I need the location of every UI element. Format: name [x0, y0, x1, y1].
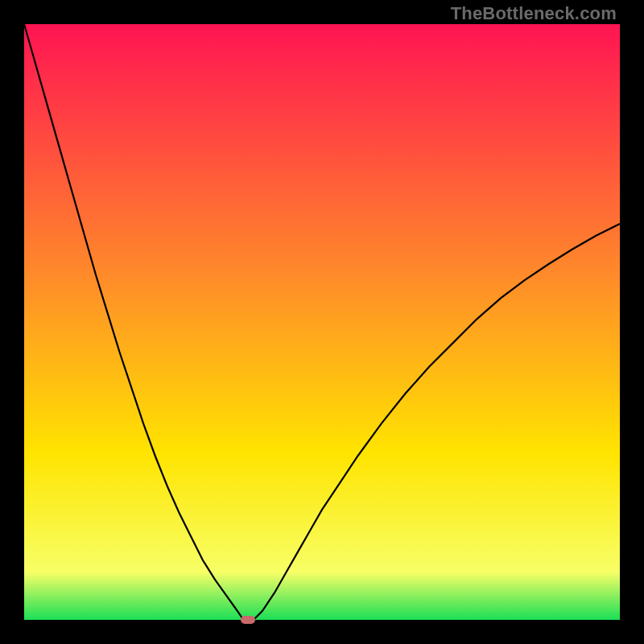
chart-frame	[24, 24, 620, 620]
minimum-marker	[241, 616, 255, 624]
curve-right-branch	[254, 224, 620, 620]
watermark-text: TheBottleneck.com	[451, 3, 617, 24]
bottleneck-curve	[24, 24, 620, 620]
curve-left-branch	[24, 24, 243, 620]
